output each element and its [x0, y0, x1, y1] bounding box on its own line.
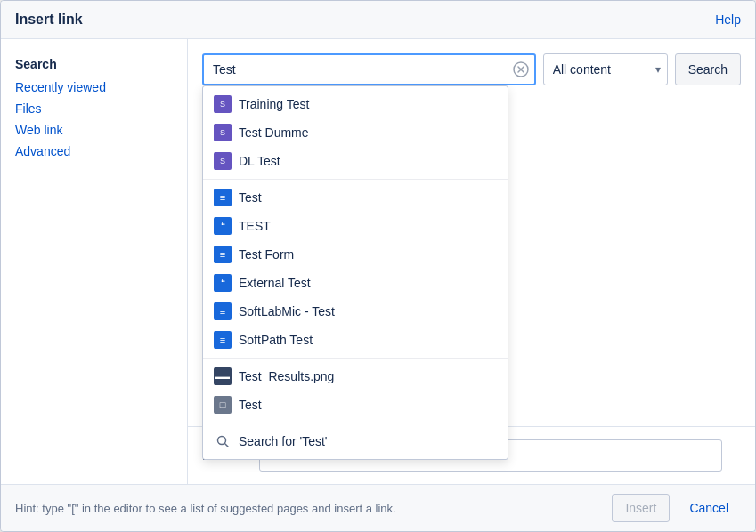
page-icon: ≡	[214, 302, 232, 320]
attachment-icon: □	[214, 396, 232, 414]
content-filter-select[interactable]: All content Pages Blog posts Files	[543, 53, 668, 85]
item-label: Test	[239, 190, 262, 205]
search-button[interactable]: Search	[675, 53, 741, 85]
sidebar-search-label: Search	[15, 57, 173, 71]
list-item[interactable]: S Training Test	[203, 90, 508, 118]
clear-search-icon[interactable]	[513, 61, 529, 77]
dialog-title: Insert link	[15, 12, 83, 28]
item-label: SoftLabMic - Test	[239, 304, 335, 318]
search-dropdown: S Training Test S Test Dumme S DL Test	[202, 85, 508, 460]
page-icon: ≡	[214, 189, 232, 206]
item-label: Test_Results.png	[239, 369, 334, 383]
list-item[interactable]: ≡ Test	[203, 183, 508, 212]
space-icon: S	[214, 95, 232, 113]
list-item[interactable]: ≡ Test Form	[203, 240, 508, 269]
list-item[interactable]: □ Test	[203, 391, 508, 419]
cancel-button[interactable]: Cancel	[677, 494, 741, 522]
file-icon: ▬▬	[214, 367, 232, 385]
insert-button[interactable]: Insert	[612, 494, 670, 522]
sidebar-item-recently-viewed[interactable]: Recently viewed	[15, 80, 173, 94]
content-filter-wrapper: All content Pages Blog posts Files	[543, 53, 668, 85]
dropdown-group-files: ▬▬ Test_Results.png □ Test	[203, 359, 508, 423]
item-label: TEST	[239, 219, 271, 233]
search-for-item[interactable]: Search for 'Test'	[203, 427, 508, 455]
footer-hint: Hint: type "[" in the editor to see a li…	[15, 502, 396, 515]
list-item[interactable]: ❝ TEST	[203, 212, 508, 240]
item-label: Test Dumme	[239, 125, 309, 140]
dialog-body: Search Recently viewed Files Web link Ad…	[1, 39, 755, 484]
dropdown-group-search: Search for 'Test'	[203, 423, 508, 459]
sidebar-item-files[interactable]: Files	[15, 101, 173, 116]
item-label: Search for 'Test'	[239, 434, 328, 448]
space-icon: S	[214, 124, 232, 141]
search-input[interactable]	[202, 53, 536, 85]
list-item[interactable]: ≡ SoftPath Test	[203, 326, 508, 354]
sidebar-item-web-link[interactable]: Web link	[15, 123, 173, 137]
sidebar-item-advanced[interactable]: Advanced	[15, 144, 173, 158]
search-input-wrapper	[202, 53, 536, 85]
dialog-footer: Hint: type "[" in the editor to see a li…	[1, 484, 755, 531]
list-item[interactable]: S DL Test	[203, 147, 508, 175]
search-icon	[214, 432, 232, 450]
list-item[interactable]: ❝ External Test	[203, 269, 508, 297]
list-item[interactable]: S Test Dumme	[203, 118, 508, 147]
dropdown-group-pages: ≡ Test ❝ TEST ≡ Test Form ❝ External Tes…	[203, 180, 508, 359]
main-content: All content Pages Blog posts Files Searc…	[188, 39, 755, 484]
help-link[interactable]: Help	[715, 12, 741, 27]
item-label: Training Test	[239, 97, 309, 111]
sidebar: Search Recently viewed Files Web link Ad…	[1, 39, 188, 484]
item-label: DL Test	[239, 154, 280, 168]
item-label: Test	[239, 398, 262, 412]
item-label: Test Form	[239, 247, 294, 262]
item-label: SoftPath Test	[239, 333, 313, 347]
svg-line-4	[225, 444, 229, 447]
blog-icon: ❝	[214, 274, 232, 292]
space-icon: S	[214, 152, 232, 170]
item-label: External Test	[239, 276, 311, 290]
blog-icon: ❝	[214, 217, 232, 235]
search-row: All content Pages Blog posts Files Searc…	[202, 53, 741, 85]
dropdown-group-spaces: S Training Test S Test Dumme S DL Test	[203, 86, 508, 180]
list-item[interactable]: ▬▬ Test_Results.png	[203, 362, 508, 391]
dialog-header: Insert link Help	[1, 1, 755, 39]
list-item[interactable]: ≡ SoftLabMic - Test	[203, 297, 508, 326]
insert-link-dialog: Insert link Help Search Recently viewed …	[0, 0, 756, 532]
footer-actions: Insert Cancel	[612, 494, 741, 522]
page-icon: ≡	[214, 331, 232, 349]
page-icon: ≡	[214, 246, 232, 263]
